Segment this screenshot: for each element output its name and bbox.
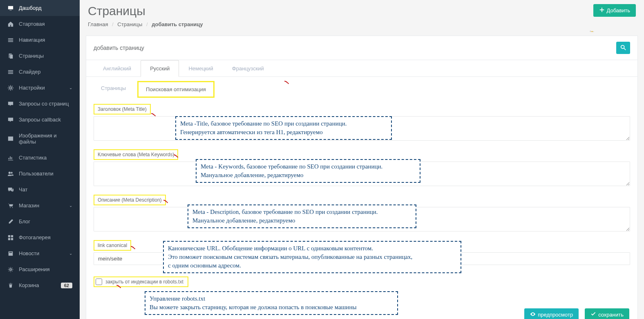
form-group-meta-description: Описание (Meta Description) Meta - Descr… <box>94 195 630 233</box>
image-icon <box>7 136 14 142</box>
save-button-label: сохранить <box>598 312 624 318</box>
comment-icon <box>7 101 14 107</box>
book-icon <box>7 251 14 256</box>
sidebar-item-label: Стартовая <box>19 21 72 27</box>
sidebar-item-users[interactable]: Пользователи <box>0 166 80 182</box>
sidebar: Дашборд Стартовая Навигация Страницы Сла… <box>0 0 80 319</box>
tab-russian[interactable]: Русский <box>141 60 179 77</box>
meta-title-label: Заголовок (Meta Title) <box>94 104 151 115</box>
callout-meta-description: Meta - Description, базовое требование п… <box>188 204 416 228</box>
sidebar-item-label: Фотогалерея <box>19 234 72 240</box>
sidebar-item-label: Навигация <box>19 37 72 43</box>
trash-icon <box>7 283 14 288</box>
sidebar-item-label: Магазин <box>19 202 67 209</box>
tab-german[interactable]: Немецкий <box>179 60 222 77</box>
sidebar-item-label: Расширения <box>19 266 72 272</box>
sidebar-item-trash[interactable]: Корзина62 <box>0 277 80 293</box>
save-button[interactable]: сохранить <box>585 308 629 319</box>
link-canonical-label: link canonical <box>94 240 131 251</box>
plus-icon <box>599 7 605 14</box>
grid-icon <box>7 235 14 240</box>
sidebar-item-navigation[interactable]: Навигация <box>0 32 80 48</box>
gear-icon <box>7 267 14 272</box>
arrow-annotation-icon <box>116 284 122 290</box>
monitor-icon <box>7 5 14 11</box>
robots-checkbox[interactable] <box>96 279 102 285</box>
form-group-meta-title: Заголовок (Meta Title) Meta -Title, базо… <box>94 104 630 142</box>
sidebar-item-label: Дашборд <box>19 5 72 11</box>
sidebar-item-label: Запросы со страниц <box>19 101 72 107</box>
sidebar-item-stats[interactable]: Статистика <box>0 150 80 166</box>
form-area: Заголовок (Meta Title) Meta -Title, базо… <box>86 98 637 319</box>
sidebar-item-label: Пользователи <box>19 171 72 177</box>
preview-button-label: предпросмотр <box>538 312 573 318</box>
chevron-down-icon: ⌄ <box>69 203 72 208</box>
sidebar-item-label: Слайдер <box>19 69 72 75</box>
sidebar-item-blog[interactable]: Блог <box>0 213 80 229</box>
form-footer: предпросмотр сохранить <box>524 308 629 319</box>
form-group-link-canonical: link canonical Канонические URL. Обобщен… <box>94 240 630 265</box>
form-group-meta-keywords: Ключевые слова (Meta Keywords) Meta - Ke… <box>94 149 630 187</box>
tab-seo[interactable]: Поисковая оптимизация <box>137 81 215 98</box>
sidebar-item-slider[interactable]: Слайдер <box>0 64 80 80</box>
search-button[interactable] <box>616 42 630 54</box>
eye-icon <box>530 311 536 318</box>
page-header: Страницы Главная / Страницы / добавить с… <box>86 0 638 34</box>
sidebar-item-news[interactable]: Новости⌄ <box>0 245 80 261</box>
sidebar-item-images[interactable]: Изображения и файлы <box>0 128 80 150</box>
sidebar-item-label: Блог <box>19 218 72 225</box>
sidebar-item-extensions[interactable]: Расширения <box>0 261 80 277</box>
arrow-annotation-icon <box>163 199 169 204</box>
tab-pages[interactable]: Страницы <box>94 81 133 98</box>
sidebar-item-chat[interactable]: Чат <box>0 182 80 198</box>
tab-french[interactable]: Французский <box>223 60 273 77</box>
cart-icon <box>7 203 14 209</box>
sidebar-item-label: Изображения и файлы <box>19 133 72 145</box>
breadcrumb: Главная / Страницы / добавить страницу <box>88 21 203 27</box>
sidebar-item-label: Статистика <box>19 155 72 161</box>
sidebar-item-dashboard[interactable]: Дашборд <box>0 0 80 16</box>
chevron-down-icon: ⌄ <box>69 251 72 256</box>
meta-keywords-label: Ключевые слова (Meta Keywords) <box>94 149 178 160</box>
panel-header: добавить страницу <box>86 36 637 60</box>
callout-meta-title: Meta -Title, базовое требование по SEO п… <box>175 116 392 140</box>
panel: добавить страницу Английский Русский Нем… <box>86 36 638 319</box>
sidebar-item-label: Корзина <box>19 282 61 288</box>
callout-robots: Управление robots.txt Вы можете закрыть … <box>145 291 398 315</box>
sidebar-item-settings[interactable]: Настройки⌄ <box>0 80 80 96</box>
sidebar-item-start[interactable]: Стартовая <box>0 16 80 32</box>
sidebar-item-callback[interactable]: Запросы callback <box>0 112 80 128</box>
sidebar-item-label: Настройки <box>19 85 67 91</box>
users-icon <box>7 171 14 177</box>
arrow-annotation-icon <box>151 112 157 118</box>
breadcrumb-home[interactable]: Главная <box>88 21 108 27</box>
callout-meta-keywords: Meta - Keywords, базовое требование по S… <box>196 159 420 183</box>
breadcrumb-pages[interactable]: Страницы <box>117 21 142 27</box>
main-content: C E D D Y Страницы Главная / Страницы / … <box>80 0 644 319</box>
sidebar-item-gallery[interactable]: Фотогалерея <box>0 229 80 245</box>
chart-icon <box>7 155 14 161</box>
add-button[interactable]: Добавить <box>593 4 636 17</box>
language-tabs: Английский Русский Немецкий Французский <box>86 60 637 77</box>
check-icon <box>590 311 596 318</box>
sidebar-item-label: Чат <box>19 186 72 193</box>
sidebar-item-label: Страницы <box>19 53 72 59</box>
search-icon <box>620 45 626 52</box>
tab-english[interactable]: Английский <box>94 60 141 77</box>
sub-tabs: Страницы Поисковая оптимизация <box>86 77 637 98</box>
page-title: Страницы <box>88 4 203 18</box>
panel-title: добавить страницу <box>94 45 144 51</box>
badge-count: 62 <box>61 283 72 288</box>
sidebar-item-requests[interactable]: Запросы со страниц <box>0 96 80 112</box>
gears-icon <box>7 85 14 91</box>
chevron-down-icon: ⌄ <box>69 85 72 90</box>
meta-description-label: Описание (Meta Description) <box>94 195 166 205</box>
preview-button[interactable]: предпросмотр <box>524 308 579 319</box>
breadcrumb-current: добавить страницу <box>152 21 203 27</box>
arrow-annotation-icon <box>173 153 179 159</box>
arrow-annotation-icon <box>284 80 290 85</box>
bars-icon <box>7 37 14 43</box>
form-group-robots: закрыть от индексации в robots.txt Управ… <box>94 276 630 287</box>
sidebar-item-shop[interactable]: Магазин⌄ <box>0 198 80 213</box>
sidebar-item-pages[interactable]: Страницы <box>0 48 80 64</box>
